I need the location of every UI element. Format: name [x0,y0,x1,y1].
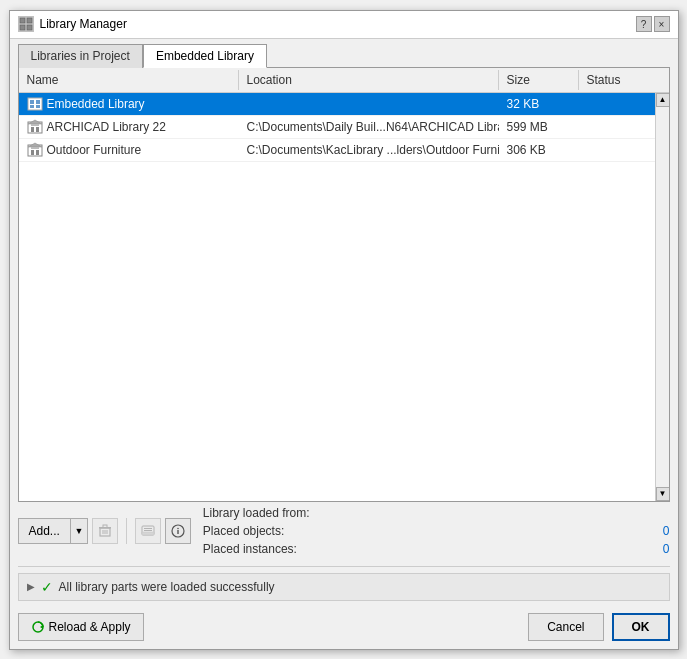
library-loaded-from-row: Library loaded from: [203,506,670,520]
separator [18,566,670,567]
svg-rect-6 [36,100,40,104]
svg-rect-1 [27,18,32,23]
title-bar-left: Library Manager [18,16,127,32]
library-loaded-from-label: Library loaded from: [203,506,310,520]
title-bar: Library Manager ? × [10,11,678,39]
svg-rect-31 [177,530,178,534]
toolbar-divider [126,518,127,544]
library-manager-window: Library Manager ? × Libraries in Project… [9,10,679,650]
placed-instances-value: 0 [663,542,670,556]
svg-rect-0 [20,18,25,23]
library-table: Name Location Size Status [18,67,670,502]
library-icon [27,142,43,158]
status-bar: ▶ ✓ All library parts were loaded succes… [18,573,670,601]
delete-button[interactable] [92,518,118,544]
table-header: Name Location Size Status [19,68,669,93]
ok-button[interactable]: OK [612,613,670,641]
placed-objects-value: 0 [663,524,670,538]
scrollbar-track: ▲ ▼ [655,93,669,501]
status-message: All library parts were loaded successful… [59,580,275,594]
svg-rect-2 [20,25,25,30]
cell-size-embedded: 32 KB [499,93,579,115]
add-button[interactable]: Add... [18,518,70,544]
help-button[interactable]: ? [636,16,652,32]
svg-rect-16 [31,150,34,155]
reload-apply-button[interactable]: Reload & Apply [18,613,144,641]
cell-size-archicad: 599 MB [499,116,579,138]
embedded-library-icon [27,96,43,112]
placed-objects-row: Placed objects: 0 [203,524,670,538]
window-title: Library Manager [40,17,127,31]
cell-size-outdoor: 306 KB [499,139,579,161]
footer-left: Reload & Apply [18,613,144,641]
cell-location-outdoor: C:\Documents\KacLibrary ...lders\Outdoor… [239,139,499,161]
move-up-button[interactable] [135,518,161,544]
cell-name-archicad: ARCHICAD Library 22 [19,116,239,138]
dropdown-arrow-icon: ▼ [74,526,83,536]
toolbar-info-row: Add... ▼ [18,502,670,560]
scrollbar-down-button[interactable]: ▼ [656,487,669,501]
placed-objects-label: Placed objects: [203,524,284,538]
svg-rect-18 [31,147,39,149]
cancel-button[interactable]: Cancel [528,613,603,641]
footer: Reload & Apply Cancel OK [18,607,670,649]
toolbar-section: Add... ▼ [18,502,191,560]
library-icon [27,119,43,135]
table-body: Embedded Library 32 KB [19,93,669,501]
col-header-status: Status [579,70,669,90]
title-bar-buttons: ? × [636,16,670,32]
cell-location-embedded [239,93,499,115]
delete-icon [98,524,112,538]
svg-rect-21 [103,525,107,528]
svg-marker-33 [40,625,43,629]
add-button-group: Add... ▼ [18,518,88,544]
svg-rect-8 [36,105,40,108]
table-row[interactable]: Outdoor Furniture C:\Documents\KacLibrar… [19,139,669,162]
content-area: Name Location Size Status [10,67,678,649]
tab-libraries-in-project[interactable]: Libraries in Project [18,44,143,68]
cell-name-embedded: Embedded Library [19,93,239,115]
svg-rect-28 [144,530,152,531]
reload-icon [31,620,45,634]
close-button[interactable]: × [654,16,670,32]
tab-embedded-library[interactable]: Embedded Library [143,44,267,68]
add-dropdown-button[interactable]: ▼ [70,518,88,544]
svg-rect-12 [36,127,39,132]
svg-rect-13 [31,124,39,126]
table-row[interactable]: Embedded Library 32 KB [19,93,669,116]
expand-arrow-icon[interactable]: ▶ [27,581,35,592]
svg-point-30 [177,527,179,529]
info-section: Library loaded from: Placed objects: 0 P… [203,502,670,560]
footer-right: Cancel OK [528,613,669,641]
scrollbar-up-button[interactable]: ▲ [656,93,669,107]
info-icon [171,524,185,538]
placed-instances-label: Placed instances: [203,542,297,556]
placed-instances-row: Placed instances: 0 [203,542,670,556]
move-up-icon [141,524,155,538]
svg-rect-17 [36,150,39,155]
cell-location-archicad: C:\Documents\Daily Buil...N64\ARCHICAD L… [239,116,499,138]
checkmark-icon: ✓ [41,579,53,595]
svg-rect-26 [142,532,154,535]
cell-name-outdoor: Outdoor Furniture [19,139,239,161]
col-header-size: Size [499,70,579,90]
tab-bar: Libraries in Project Embedded Library [10,39,678,67]
col-header-location: Location [239,70,499,90]
info-button[interactable] [165,518,191,544]
svg-rect-7 [30,105,34,108]
svg-rect-27 [144,528,152,529]
svg-rect-3 [27,25,32,30]
svg-rect-5 [30,100,34,104]
svg-rect-11 [31,127,34,132]
col-header-name: Name [19,70,239,90]
table-row[interactable]: ARCHICAD Library 22 C:\Documents\Daily B… [19,116,669,139]
window-icon [18,16,34,32]
